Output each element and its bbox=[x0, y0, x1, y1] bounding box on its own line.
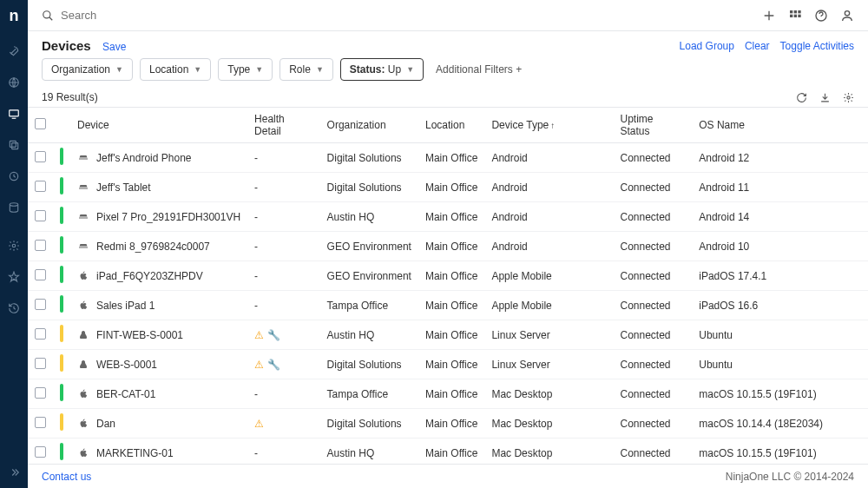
toggle-activities-link[interactable]: Toggle Activities bbox=[780, 40, 854, 52]
table-row[interactable]: MARKETING-01 - Austin HQ Main Office Mac… bbox=[28, 439, 868, 465]
cell-uptime: Connected bbox=[613, 379, 692, 409]
table-row[interactable]: Jeff's Tablet - Digital Solutions Main O… bbox=[28, 173, 868, 202]
svg-point-7 bbox=[43, 10, 50, 17]
device-name: iPad_F6QY203ZHPDV bbox=[96, 270, 203, 282]
clear-link[interactable]: Clear bbox=[745, 40, 770, 52]
save-link[interactable]: Save bbox=[102, 41, 126, 53]
row-checkbox[interactable] bbox=[35, 210, 46, 221]
logo: n bbox=[10, 7, 19, 25]
topbar-actions bbox=[762, 9, 854, 23]
contact-us-link[interactable]: Contact us bbox=[42, 471, 91, 483]
row-checkbox[interactable] bbox=[35, 269, 46, 280]
load-group-link[interactable]: Load Group bbox=[680, 40, 734, 52]
filter-role[interactable]: Role ▼ bbox=[279, 58, 333, 81]
cell-health: - bbox=[247, 379, 319, 409]
col-health[interactable]: Health Detail bbox=[247, 108, 319, 143]
table-row[interactable]: Sales iPad 1 - Tampa Office Main Office … bbox=[28, 291, 868, 320]
svg-rect-3 bbox=[12, 143, 18, 149]
row-checkbox[interactable] bbox=[35, 181, 46, 192]
status-indicator bbox=[60, 177, 63, 195]
refresh-icon[interactable] bbox=[796, 92, 807, 103]
main: Devices Save Load Group Clear Toggle Act… bbox=[28, 0, 868, 488]
shield-icon[interactable] bbox=[5, 168, 23, 185]
cell-org: Austin HQ bbox=[320, 202, 418, 232]
settings-gear-icon[interactable] bbox=[843, 92, 854, 103]
cell-os: Android 12 bbox=[692, 143, 868, 173]
row-checkbox[interactable] bbox=[35, 358, 46, 369]
plus-icon[interactable] bbox=[762, 9, 776, 23]
device-name: Dan bbox=[96, 418, 115, 430]
search-input[interactable] bbox=[61, 9, 752, 22]
filter-type[interactable]: Type ▼ bbox=[218, 58, 273, 81]
history-icon[interactable] bbox=[5, 300, 23, 317]
select-all-checkbox[interactable] bbox=[35, 118, 46, 129]
cell-loc: Main Office bbox=[418, 439, 484, 465]
filter-label: Role bbox=[289, 63, 311, 76]
row-checkbox[interactable] bbox=[35, 446, 46, 458]
table-row[interactable]: Jeff's Android Phone - Digital Solutions… bbox=[28, 143, 868, 173]
cell-uptime: Connected bbox=[613, 202, 692, 232]
cell-health: - bbox=[247, 232, 319, 261]
layers-icon[interactable] bbox=[5, 136, 23, 154]
row-checkbox[interactable] bbox=[35, 299, 46, 310]
filter-location[interactable]: Location ▼ bbox=[140, 58, 211, 81]
globe-icon[interactable] bbox=[5, 74, 23, 91]
cell-uptime: Connected bbox=[613, 439, 692, 465]
row-checkbox[interactable] bbox=[35, 240, 46, 251]
cell-health: - bbox=[247, 143, 319, 173]
backup-icon[interactable] bbox=[5, 199, 23, 216]
table-row[interactable]: FINT-WEB-S-0001 ⚠🔧 Austin HQ Main Office… bbox=[28, 320, 868, 350]
filters-row: Organization ▼ Location ▼ Type ▼ Role ▼ … bbox=[28, 56, 868, 88]
cell-uptime: Connected bbox=[613, 320, 692, 350]
devices-icon[interactable] bbox=[5, 105, 23, 122]
col-loc[interactable]: Location bbox=[418, 108, 484, 143]
cell-loc: Main Office bbox=[418, 409, 484, 439]
expand-icon[interactable] bbox=[5, 464, 23, 481]
device-name: FINT-WEB-S-0001 bbox=[96, 329, 183, 341]
row-checkbox[interactable] bbox=[35, 387, 46, 399]
sort-up-icon: ↑ bbox=[550, 121, 555, 130]
download-icon[interactable] bbox=[819, 92, 831, 103]
table-row[interactable]: WEB-S-0001 ⚠🔧 Digital Solutions Main Off… bbox=[28, 350, 868, 379]
device-name: MARKETING-01 bbox=[96, 447, 174, 459]
cell-org: GEO Environment bbox=[320, 261, 418, 291]
table-row[interactable]: Dan ⚠ Digital Solutions Main Office Mac … bbox=[28, 409, 868, 439]
table-row[interactable]: Redmi 8_9769824c0007 - GEO Environment M… bbox=[28, 232, 868, 261]
svg-rect-9 bbox=[794, 10, 797, 13]
linux-icon bbox=[77, 330, 89, 340]
topbar bbox=[28, 0, 868, 31]
rocket-icon[interactable] bbox=[5, 43, 23, 60]
apps-icon[interactable] bbox=[788, 9, 802, 23]
cell-os: macOS 10.14.4 (18E2034) bbox=[692, 409, 868, 439]
svg-rect-1 bbox=[10, 110, 19, 116]
table-row[interactable]: BER-CAT-01 - Tampa Office Main Office Ma… bbox=[28, 379, 868, 409]
filter-organization[interactable]: Organization ▼ bbox=[42, 58, 133, 81]
phone-icon bbox=[77, 241, 89, 252]
table-row[interactable]: Pixel 7 Pro_29191FDH3001VH - Austin HQ M… bbox=[28, 202, 868, 232]
filter-label: Type bbox=[227, 63, 250, 76]
col-os[interactable]: OS Name bbox=[692, 108, 868, 143]
col-org[interactable]: Organization bbox=[320, 108, 418, 143]
table-row[interactable]: iPad_F6QY203ZHPDV - GEO Environment Main… bbox=[28, 261, 868, 291]
results-bar: 19 Result(s) bbox=[28, 88, 868, 107]
cell-loc: Main Office bbox=[418, 350, 484, 379]
devices-table: Device Health Detail Organization Locati… bbox=[28, 107, 868, 464]
help-icon[interactable] bbox=[814, 9, 828, 23]
filter-status[interactable]: Status: Up ▼ bbox=[340, 58, 424, 81]
status-indicator bbox=[60, 148, 63, 165]
row-checkbox[interactable] bbox=[35, 151, 46, 162]
warning-icon: ⚠ bbox=[254, 418, 264, 430]
cell-uptime: Connected bbox=[613, 409, 692, 439]
user-icon[interactable] bbox=[840, 9, 854, 23]
filter-label: Status: bbox=[350, 63, 385, 76]
col-type[interactable]: Device Type↑ bbox=[484, 108, 613, 143]
col-uptime[interactable]: Uptime Status bbox=[613, 108, 692, 143]
wrench-icon: 🔧 bbox=[267, 359, 280, 371]
row-checkbox[interactable] bbox=[35, 417, 46, 428]
settings-icon[interactable] bbox=[5, 237, 23, 254]
col-device[interactable]: Device bbox=[70, 108, 247, 143]
star-icon[interactable] bbox=[5, 268, 23, 286]
row-checkbox[interactable] bbox=[35, 328, 46, 340]
additional-filters[interactable]: Additional Filters + bbox=[436, 63, 522, 76]
cell-uptime: Connected bbox=[613, 291, 692, 320]
